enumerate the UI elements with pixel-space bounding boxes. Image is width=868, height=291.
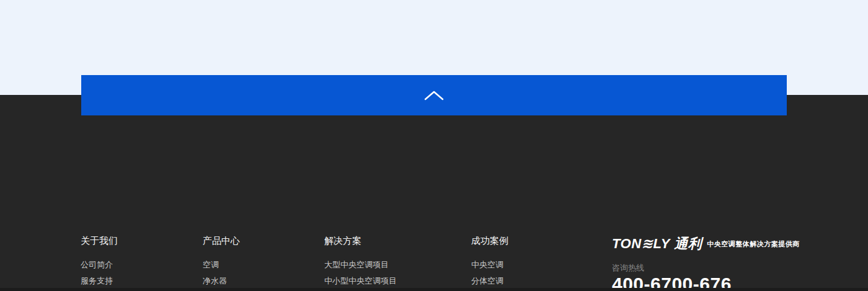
footer-column-solutions: 解决方案 大型中央空调项目 中小型中央空调项目 分体式空调安装工程 净水系统工程 xyxy=(324,235,397,291)
footer-column-about: 关于我们 公司简介 服务支持 加入我们 联系我们 xyxy=(81,235,118,291)
brand-tagline: 中央空调整体解决方案提供商 xyxy=(707,240,800,249)
footer-link-case-split-ac[interactable]: 分体空调 xyxy=(471,273,508,289)
footer-link-company-profile[interactable]: 公司简介 xyxy=(81,257,118,273)
footer-link-large-central-ac[interactable]: 大型中央空调项目 xyxy=(324,257,397,273)
footer-column-title: 关于我们 xyxy=(81,235,118,247)
footer-link-list: 公司简介 服务支持 加入我们 联系我们 xyxy=(81,257,118,291)
footer-column-cases: 成功案例 中央空调 分体空调 净水系统 xyxy=(471,235,508,291)
footer-bottom-strip xyxy=(0,288,868,291)
footer-link-medium-central-ac[interactable]: 中小型中央空调项目 xyxy=(324,273,397,289)
hotline-label: 咨询热线 xyxy=(612,262,644,274)
footer-link-air-conditioner[interactable]: 空调 xyxy=(203,257,240,273)
footer-link-list: 中央空调 分体空调 净水系统 xyxy=(471,257,508,291)
site-footer: 关于我们 公司简介 服务支持 加入我们 联系我们 产品中心 空调 净水器 解决方… xyxy=(0,95,868,291)
footer-link-water-purifier[interactable]: 净水器 xyxy=(203,273,240,289)
footer-column-title: 成功案例 xyxy=(471,235,508,247)
footer-link-case-central-ac[interactable]: 中央空调 xyxy=(471,257,508,273)
footer-link-list: 空调 净水器 xyxy=(203,257,240,289)
footer-column-products: 产品中心 空调 净水器 xyxy=(203,235,240,289)
brand-logo: TON≋LY 通利 xyxy=(612,235,702,253)
brand-row: TON≋LY 通利 中央空调整体解决方案提供商 xyxy=(612,235,800,253)
footer-column-title: 解决方案 xyxy=(324,235,397,247)
footer-column-title: 产品中心 xyxy=(203,235,240,247)
footer-link-service-support[interactable]: 服务支持 xyxy=(81,273,118,289)
footer-link-list: 大型中央空调项目 中小型中央空调项目 分体式空调安装工程 净水系统工程 xyxy=(324,257,397,291)
